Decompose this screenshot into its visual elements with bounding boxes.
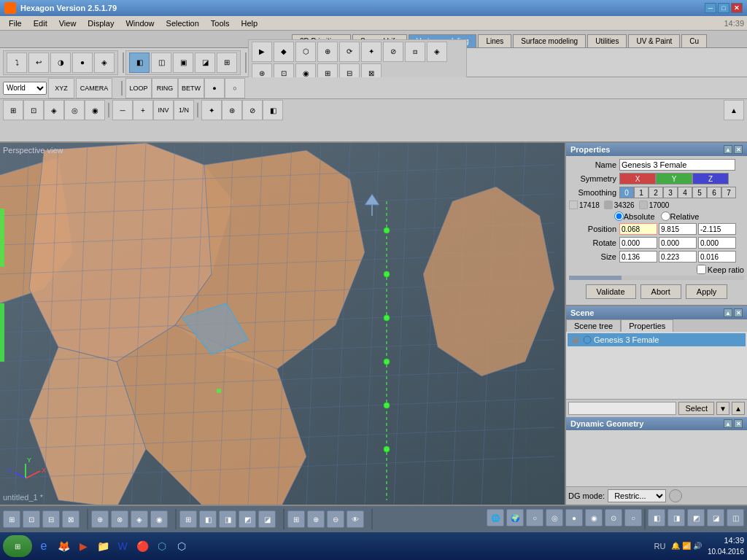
wire-icon[interactable]: ⊞ (179, 510, 197, 528)
snap-icon[interactable]: ⊕ (91, 510, 109, 528)
smooth-7[interactable]: 7 (721, 187, 736, 198)
world-dropdown[interactable]: World (3, 82, 47, 95)
view-quad-icon[interactable]: ⊡ (23, 510, 40, 528)
sphere5-icon[interactable]: ⊙ (605, 509, 622, 526)
top-tool[interactable]: ⊞ (217, 52, 237, 73)
n-btn[interactable]: 1/N (174, 100, 194, 120)
vtx-tool-3[interactable]: ⬡ (295, 42, 316, 62)
eye-icon[interactable]: 👁 (347, 510, 364, 528)
tab-utilities[interactable]: Utilities (587, 34, 627, 47)
menu-view[interactable]: View (53, 18, 82, 29)
cube-view-tool[interactable]: ◧ (129, 52, 150, 73)
vtx-tool-1[interactable]: ▶ (252, 42, 272, 62)
transform-tool[interactable]: ◈ (94, 52, 115, 73)
ring-btn[interactable]: RING (152, 78, 178, 98)
tab-lines[interactable]: Lines (478, 34, 511, 47)
vtx-tool-5[interactable]: ⟳ (339, 42, 360, 62)
smooth-0[interactable]: 0 (619, 187, 634, 198)
apply-button[interactable]: Apply (686, 284, 728, 299)
dot2-btn[interactable]: ○ (225, 78, 245, 98)
menu-selection[interactable]: Selection (160, 18, 205, 29)
size-x[interactable] (619, 251, 657, 262)
smooth-4[interactable]: 4 (678, 187, 692, 198)
view-layout-icon[interactable]: ⊠ (62, 510, 80, 528)
vtx-tool-9[interactable]: ◈ (427, 42, 447, 62)
taskbar-browser[interactable]: 🦊 (55, 537, 72, 555)
scene-item-genesis[interactable]: Genesis 3 Female (568, 333, 746, 346)
tab-cu[interactable]: Cu (681, 34, 707, 47)
scene-arrow-down[interactable]: ▼ (716, 402, 729, 415)
betw-btn[interactable]: BETW (178, 78, 204, 98)
tab-surface-modeling[interactable]: Surface modeling (513, 34, 586, 47)
name-input[interactable] (619, 159, 735, 171)
rotate-tool[interactable]: ◑ (50, 52, 71, 73)
taskbar-hexagon2[interactable]: ⬡ (173, 537, 190, 555)
scene-close[interactable]: ✕ (734, 308, 743, 317)
extra-tool3[interactable]: ⊘ (242, 100, 263, 120)
obj-btn[interactable]: ◎ (64, 100, 85, 120)
scene-content[interactable]: Genesis 3 Female (566, 332, 747, 399)
menu-display[interactable]: Display (82, 18, 120, 29)
sym-z-btn[interactable]: Z (692, 173, 729, 184)
taskbar-folder[interactable]: 📁 (94, 537, 112, 555)
smooth-1[interactable]: 1 (634, 187, 649, 198)
position-z[interactable] (698, 223, 736, 235)
size-y[interactable] (659, 251, 697, 262)
zoom-out-icon[interactable]: ⊖ (327, 510, 344, 528)
menu-edit[interactable]: Edit (28, 18, 53, 29)
view-split-icon[interactable]: ⊟ (42, 510, 60, 528)
scene-search-input[interactable] (568, 402, 676, 415)
size-z[interactable] (698, 251, 736, 262)
material4-icon[interactable]: ◪ (707, 509, 724, 526)
validate-button[interactable]: Validate (586, 284, 636, 299)
dg-scroll-up[interactable]: ▲ (724, 419, 732, 428)
abort-button[interactable]: Abort (640, 284, 681, 299)
plus-btn[interactable]: + (133, 100, 153, 120)
camera-btn[interactable]: CAMERA (76, 78, 112, 98)
inv-btn[interactable]: INV (153, 100, 174, 120)
sym-x-btn[interactable]: X (619, 173, 656, 184)
smooth-3[interactable]: 3 (663, 187, 678, 198)
sym-btn[interactable]: ◈ (44, 100, 64, 120)
sphere4-icon[interactable]: ◉ (585, 509, 603, 526)
grid-btn[interactable]: ⊡ (23, 100, 44, 120)
material5-icon[interactable]: ◫ (727, 509, 744, 526)
perspective-tool[interactable]: ◫ (151, 52, 171, 73)
position-y[interactable] (659, 223, 697, 235)
vtx-tool-7[interactable]: ⊘ (383, 42, 403, 62)
rotate-x[interactable] (619, 237, 657, 249)
material1-icon[interactable]: ◧ (648, 509, 665, 526)
nav-up[interactable]: ▲ (724, 100, 744, 120)
material3-icon[interactable]: ◩ (687, 509, 705, 526)
select-button[interactable]: Select (678, 402, 714, 415)
light-icon[interactable]: ◪ (258, 510, 276, 528)
viewport-canvas[interactable]: X Y Z Perspective view untitled_1 * (0, 143, 565, 505)
scale-tool[interactable]: ● (72, 52, 93, 73)
taskbar-media[interactable]: ▶ (74, 537, 92, 555)
sym-y-btn[interactable]: Y (656, 173, 692, 184)
zoom-fit-icon[interactable]: ⊞ (287, 510, 305, 528)
taskbar-chrome[interactable]: 🔴 (133, 537, 151, 555)
dg-mode-select[interactable]: Restric... (608, 489, 666, 502)
align-icon[interactable]: ◉ (150, 510, 168, 528)
absolute-radio[interactable] (614, 211, 624, 221)
scene-arrow-up[interactable]: ▲ (732, 402, 745, 415)
tab-uv-paint[interactable]: UV & Paint (628, 34, 680, 47)
vtx-tool-2[interactable]: ◆ (274, 42, 294, 62)
properties-close[interactable]: ✕ (734, 145, 743, 154)
select-tool[interactable]: ⤵ (7, 52, 27, 73)
smooth-5[interactable]: 5 (692, 187, 707, 198)
globe-icon[interactable]: 🌐 (487, 509, 504, 526)
smooth-6[interactable]: 6 (707, 187, 721, 198)
solid-icon[interactable]: ◧ (199, 510, 217, 528)
side-tool[interactable]: ◪ (195, 52, 215, 73)
texture-icon[interactable]: ◨ (219, 510, 236, 528)
smooth-2[interactable]: 2 (649, 187, 663, 198)
sphere3-icon[interactable]: ● (565, 509, 583, 526)
rotate-y[interactable] (659, 237, 697, 249)
close-button[interactable]: ✕ (731, 3, 743, 13)
start-button[interactable]: ⊞ (3, 535, 32, 557)
menu-help[interactable]: Help (236, 18, 264, 29)
scroll-thumb[interactable] (569, 276, 622, 280)
move-tool[interactable]: ↩ (28, 52, 49, 73)
